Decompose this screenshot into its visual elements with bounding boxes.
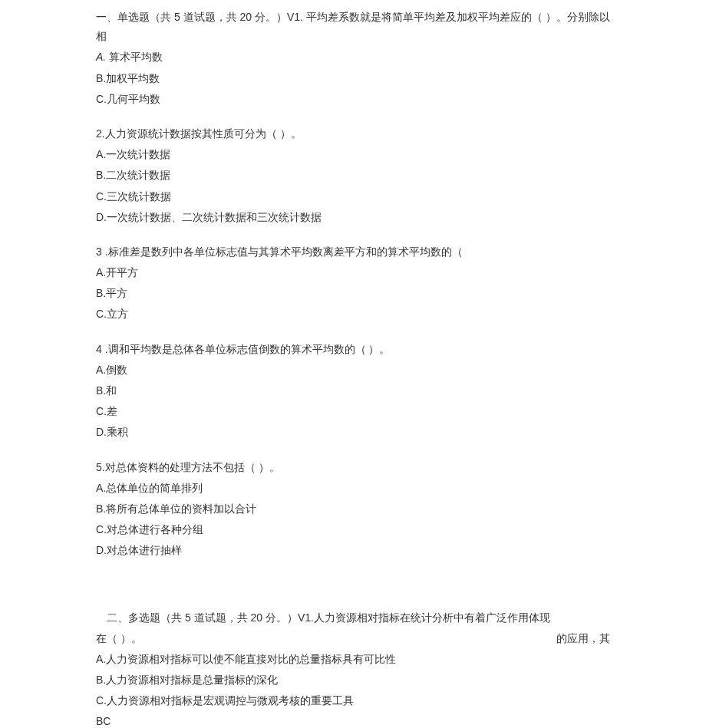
q2-stem: 2.人力资源统计数据按其性质可分为（ ）。 xyxy=(96,124,610,143)
q5-option-c: C.对总体进行各种分组 xyxy=(96,520,610,539)
q4-option-b: B.和 xyxy=(96,381,610,400)
q1-option-b: B.加权平均数 xyxy=(96,69,610,88)
q3-option-a: A.开平方 xyxy=(96,263,610,282)
q4-option-c: C.差 xyxy=(96,402,610,421)
q5-option-b: B.将所有总体单位的资料加以合计 xyxy=(96,499,610,519)
q2-option-c: C.三次统计数据 xyxy=(96,187,610,206)
q2-option-b: B.二次统计数据 xyxy=(96,166,610,185)
q5-option-d: D.对总体进行抽样 xyxy=(96,541,610,560)
q4-stem: 4 .调和平均数是总体各单位标志值倒数的算术平均数的（ ）。 xyxy=(96,340,610,359)
q1-option-a: A. 算术平均数 xyxy=(96,48,610,67)
q1-optA-prefix: A. xyxy=(96,51,106,63)
q1-optA-text: 算术平均数 xyxy=(106,51,163,63)
q3-option-b: B.平方 xyxy=(96,284,610,303)
section2-q1-line2-left: 在（ ）。 xyxy=(96,629,142,648)
q5-stem: 5.对总体资料的处理方法不包括（ ）。 xyxy=(96,458,610,477)
section2-header-q1-stem-line1: 二、多选题（共 5 道试题，共 20 分。）V1.人力资源相对指标在统计分析中有… xyxy=(96,608,610,628)
q3-stem: 3 .标准差是数列中各单位标志值与其算术平均数离差平方和的算术平均数的（ xyxy=(96,242,610,262)
q4-option-d: D.乘积 xyxy=(96,423,610,442)
q2-option-a: A.一次统计数据 xyxy=(96,145,610,164)
s2-q1-option-b: B.人力资源相对指标是总量指标的深化 xyxy=(96,670,610,690)
section2-q1-line2-right: 的应用，其 xyxy=(556,629,610,648)
s2-q1-option-c: C.人力资源相对指标是宏观调控与微观考核的重要工具 xyxy=(96,691,610,710)
q1-option-c: C.几何平均数 xyxy=(96,90,610,109)
q5-option-a: A.总体单位的简单排列 xyxy=(96,479,610,498)
q2-option-d: D.一次统计数据、二次统计数据和三次统计数据 xyxy=(96,208,610,227)
section2-q1-stem-line2: 在（ ）。 的应用，其 xyxy=(96,629,610,648)
s2-q1-option-a: A.人力资源相对指标可以使不能直接对比的总量指标具有可比性 xyxy=(96,650,610,669)
q4-option-a: A.倒数 xyxy=(96,361,610,380)
section1-header-q1-stem: 一、单选题（共 5 道试题，共 20 分。）V1. 平均差系数就是将简单平均差及… xyxy=(96,8,610,46)
s2-q1-answer: BC xyxy=(96,712,610,728)
q3-option-c: C.立方 xyxy=(96,305,610,324)
